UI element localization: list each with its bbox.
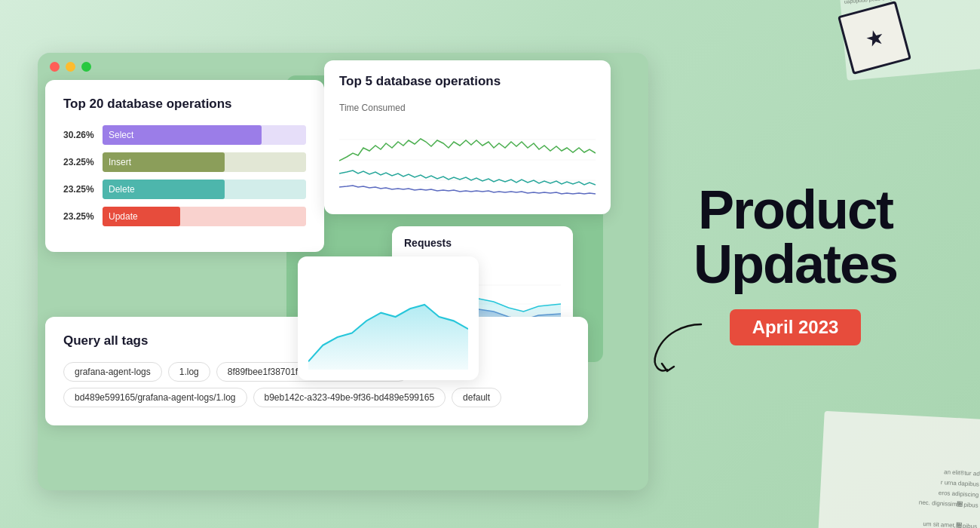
date-badge: April 2023 <box>730 309 862 345</box>
bar-pct-delete: 23.25% <box>63 184 95 195</box>
tag-bd489-path[interactable]: bd489e599165/grafana-agent-logs/1.log <box>63 388 247 407</box>
area-chart-svg <box>308 264 468 370</box>
product-updates-section: Product Updates April 2023 <box>641 0 980 528</box>
tag-grafana-agent-logs[interactable]: grafana-agent-logs <box>63 362 162 382</box>
title-line2: Updates <box>694 234 897 294</box>
top5-db-ops-card: Top 5 database operations Time Consumed <box>324 60 611 214</box>
bar-label-update: Update <box>109 211 138 222</box>
title-line1: Product <box>698 180 893 240</box>
tag-1-log[interactable]: 1.log <box>168 362 210 382</box>
bar-row-select: 30.26% Select <box>63 125 306 145</box>
bar-fill-insert: Insert <box>103 152 225 172</box>
bar-fill-select: Select <box>103 125 262 145</box>
bar-label-select: Select <box>109 130 133 140</box>
requests-title: Requests <box>404 237 561 249</box>
card-top5-title: Top 5 database operations <box>339 74 596 89</box>
tag-default[interactable]: default <box>452 388 501 407</box>
bar-container-update: Update <box>103 207 306 226</box>
card-top5-subtitle: Time Consumed <box>339 103 596 113</box>
bar-container-insert: Insert <box>103 152 306 172</box>
bar-label-delete: Delete <box>109 184 135 195</box>
tag-b9eb-uuid[interactable]: b9eb142c-a323-49be-9f36-bd489e599165 <box>253 388 446 407</box>
top-db-ops-card: Top 20 database operations 30.26% Select… <box>45 80 324 252</box>
bar-pct-insert: 23.25% <box>63 157 95 167</box>
time-consumed-chart <box>339 119 596 202</box>
card-db-ops-title: Top 20 database operations <box>63 97 306 112</box>
line-chart-svg <box>339 119 596 202</box>
bar-pct-update: 23.25% <box>63 211 95 222</box>
area-chart-container <box>308 264 468 370</box>
product-updates-title: Product Updates <box>694 183 897 291</box>
bar-row-delete: 23.25% Delete <box>63 180 306 199</box>
maximize-button[interactable] <box>81 62 91 72</box>
bar-container-select: Select <box>103 125 306 145</box>
bar-label-insert: Insert <box>109 157 131 167</box>
bar-row-update: 23.25% Update <box>63 207 306 226</box>
bar-fill-update: Update <box>103 207 180 226</box>
bar-pct-select: 30.26% <box>63 130 95 140</box>
close-button[interactable] <box>50 62 60 72</box>
curl-arrow <box>641 317 716 377</box>
area-chart-card <box>298 256 479 380</box>
bar-fill-delete: Delete <box>103 180 225 199</box>
bar-row-insert: 23.25% Insert <box>63 152 306 172</box>
minimize-button[interactable] <box>66 62 75 72</box>
bar-container-delete: Delete <box>103 180 306 199</box>
